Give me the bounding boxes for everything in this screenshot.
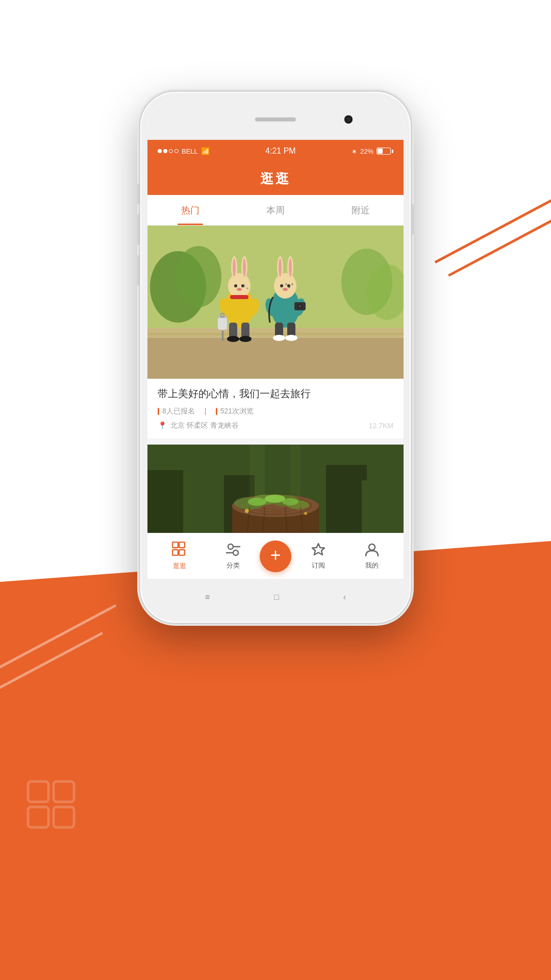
svg-rect-89	[179, 542, 185, 548]
svg-point-83	[304, 512, 307, 515]
svg-point-46	[289, 258, 292, 277]
nav-profile-label: 我的	[365, 561, 379, 570]
card-1-image	[147, 226, 404, 379]
tab-nearby[interactable]: 附近	[318, 195, 404, 225]
battery-indicator	[377, 148, 393, 155]
tab-nearby-label: 附近	[352, 204, 370, 216]
location-text-group: 📍 北京 怀柔区 青龙峡谷	[158, 421, 239, 430]
card-1-meta: 8人已报名 521次浏览	[158, 407, 393, 416]
subscribe-icon	[311, 543, 326, 559]
volume-up-button	[137, 214, 140, 245]
svg-point-81	[282, 498, 298, 505]
svg-point-92	[228, 544, 233, 549]
app-title: 逛逛	[260, 170, 291, 188]
svg-point-8	[176, 246, 221, 307]
top-bezel	[147, 99, 404, 140]
svg-point-41	[298, 305, 302, 308]
tab-hot-label: 热门	[181, 204, 199, 216]
nav-subscribe[interactable]: 订阅	[291, 543, 345, 570]
svg-rect-90	[172, 550, 178, 555]
meta-views: 521次浏览	[216, 407, 254, 416]
location-pin-icon: 📍	[158, 421, 167, 430]
svg-rect-88	[172, 542, 178, 548]
signal-dot-2	[163, 149, 167, 153]
svg-marker-96	[312, 544, 324, 555]
svg-point-23	[228, 273, 251, 299]
signups-text: 8人已报名	[162, 407, 195, 416]
svg-rect-0	[28, 781, 48, 802]
tab-active-indicator	[178, 224, 203, 225]
svg-rect-91	[179, 550, 185, 555]
deco-icon	[26, 779, 82, 837]
svg-rect-16	[241, 323, 249, 338]
menu-button[interactable]: ≡	[205, 593, 210, 602]
plus-icon: +	[270, 546, 281, 565]
back-button[interactable]: ‹	[343, 593, 346, 602]
bluetooth-icon: ∗	[352, 148, 357, 155]
svg-point-17	[227, 336, 239, 342]
battery-tip	[392, 150, 393, 153]
meta-bar-2	[216, 408, 217, 415]
tab-week[interactable]: 本周	[233, 195, 318, 225]
svg-point-79	[248, 498, 266, 506]
mute-button	[137, 184, 140, 204]
status-bar: BELL 📶 4:21 PM ∗ 22%	[147, 140, 404, 162]
svg-rect-15	[229, 323, 237, 338]
svg-point-37	[273, 335, 285, 341]
location-text: 北京 怀柔区 青龙峡谷	[170, 421, 239, 430]
nav-add-button[interactable]: +	[260, 541, 291, 572]
svg-rect-36	[287, 323, 295, 337]
svg-rect-60	[362, 480, 403, 533]
status-right: ∗ 22%	[352, 148, 393, 155]
svg-rect-57	[183, 460, 219, 533]
svg-point-47	[280, 284, 283, 287]
battery-body	[377, 148, 391, 155]
svg-rect-35	[275, 323, 283, 337]
svg-point-97	[369, 544, 375, 550]
tab-hot[interactable]: 热门	[147, 195, 233, 225]
svg-rect-56	[147, 470, 188, 533]
nav-browse[interactable]: 逛逛	[153, 542, 206, 571]
browse-icon	[172, 542, 187, 559]
svg-rect-1	[54, 781, 74, 802]
volume-down-button	[137, 255, 140, 286]
svg-point-26	[233, 258, 236, 277]
svg-point-54	[291, 283, 293, 285]
signal-dot-4	[174, 149, 179, 153]
category-icon	[226, 543, 241, 559]
nav-category[interactable]: 分类	[206, 543, 260, 570]
svg-rect-31	[230, 295, 248, 299]
svg-rect-59	[326, 465, 367, 533]
svg-point-30	[237, 288, 242, 291]
svg-point-45	[279, 258, 282, 277]
battery-fill	[378, 149, 383, 154]
profile-icon	[364, 543, 380, 559]
card-2[interactable]	[147, 445, 404, 533]
bottom-bezel: ≡ □ ‹	[147, 579, 404, 616]
svg-point-51	[246, 287, 248, 289]
card-1[interactable]: 带上美好的心情，我们一起去旅行 8人已报名 521次浏览	[147, 226, 404, 438]
phone-screen: BELL 📶 4:21 PM ∗ 22% 逛逛	[147, 99, 404, 616]
meta-bar-1	[158, 408, 159, 415]
nav-subscribe-label: 订阅	[312, 561, 325, 570]
content-area: 带上美好的心情，我们一起去旅行 8人已报名 521次浏览	[147, 226, 404, 533]
distance-text: 12.7KM	[369, 422, 393, 430]
svg-point-52	[285, 283, 287, 285]
signal-dot-3	[169, 149, 173, 153]
wifi-icon: 📶	[201, 147, 210, 155]
signal-indicator	[158, 149, 179, 153]
carrier-label: BELL	[182, 148, 198, 155]
svg-point-80	[265, 495, 285, 503]
svg-rect-6	[147, 338, 404, 379]
app-screen: BELL 📶 4:21 PM ∗ 22% 逛逛	[147, 99, 404, 616]
svg-rect-2	[28, 807, 48, 827]
home-button[interactable]: □	[274, 593, 279, 602]
nav-profile[interactable]: 我的	[345, 543, 398, 570]
signal-dot-1	[158, 149, 162, 153]
front-camera	[344, 115, 353, 124]
phone-device: BELL 📶 4:21 PM ∗ 22% 逛逛	[140, 92, 411, 623]
svg-point-38	[285, 335, 297, 341]
battery-percent: 22%	[360, 148, 373, 155]
svg-point-94	[233, 550, 238, 555]
svg-point-42	[274, 273, 296, 299]
